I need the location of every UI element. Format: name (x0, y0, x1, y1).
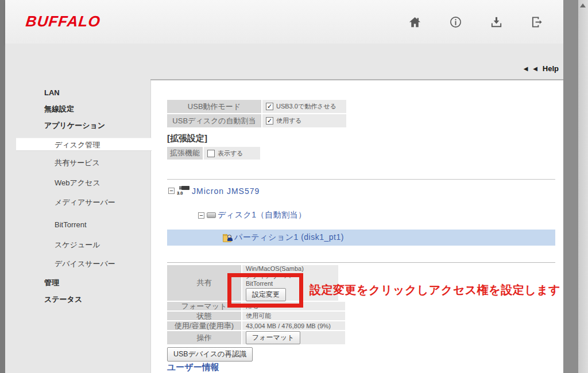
left-frame-border (0, 0, 5, 373)
partition-name[interactable]: パーティション1 (disk1_pt1) (234, 232, 344, 243)
home-icon[interactable] (408, 15, 421, 29)
format-label: フォーマット (167, 302, 241, 310)
sidebar-item-web-access[interactable]: Webアクセス (55, 177, 100, 189)
share-label: 共有 (167, 265, 241, 301)
table-row: 拡張機能 表示する (167, 147, 260, 160)
partition-folder-user-icon (223, 234, 233, 242)
operation-value: フォーマット (242, 331, 345, 344)
share-line: BitTorrent (246, 280, 273, 287)
info-icon[interactable] (449, 15, 462, 29)
advanced-feature-label: 拡張機能 (167, 147, 203, 160)
usb-settings-table: USB動作モード ✓ USB3.0で動作させる USBディスクの自動割当 ✓ 使… (167, 100, 346, 127)
format-button[interactable]: フォーマット (246, 331, 300, 344)
table-row: USBディスクの自動割当 ✓ 使用する (167, 114, 346, 127)
partition-detail-table: 共有 Win/MacOS(Samba) メディアサーバー BitTorrent … (167, 265, 345, 344)
sidebar-item-applications[interactable]: アプリケーション (44, 120, 105, 131)
sidebar-item-status[interactable]: ステータス (44, 294, 82, 305)
operation-label: 操作 (167, 331, 241, 344)
status-value: 使用可能 (242, 312, 345, 320)
sidebar-item-device-server[interactable]: デバイスサーバー (55, 258, 115, 270)
table-row-operation: 操作 フォーマット (167, 331, 345, 344)
tree-node-disk[interactable]: − ディスク1（自動割当） (198, 210, 307, 220)
table-row-format: フォーマット XFS (167, 302, 345, 310)
status-label: 状態 (167, 312, 241, 320)
usb3-device-icon: 3.0 (177, 186, 191, 196)
sidebar-item-bittorrent[interactable]: BitTorrent (55, 219, 87, 231)
usb3-option-label: USB3.0で動作させる (276, 102, 336, 111)
sidebar-item-admin[interactable]: 管理 (44, 277, 59, 289)
tree-node-partition-selected[interactable]: パーティション1 (disk1_pt1) (167, 230, 555, 246)
disk-name[interactable]: ディスク1（自動割当） (218, 210, 307, 220)
usb3-checkbox[interactable]: ✓ (266, 103, 273, 110)
divider (167, 179, 555, 180)
advanced-feature-value: 表示する (204, 147, 260, 160)
download-icon[interactable] (490, 15, 503, 29)
tree-node-usb-device[interactable]: − 3.0 JMicron JMS579 (168, 186, 260, 196)
scrollbar-track[interactable] (578, 0, 588, 373)
sidebar-item-lan[interactable]: LAN (44, 87, 60, 99)
header-icon-bar (408, 15, 544, 29)
device-name[interactable]: JMicron JMS579 (192, 187, 260, 196)
show-advanced-option-label: 表示する (218, 149, 243, 158)
advanced-settings-heading: [拡張設定] (167, 133, 207, 144)
help-bar: ◀ ◀ Help (5, 44, 563, 80)
help-button[interactable]: ◀ ◀ Help (524, 64, 559, 73)
share-line: メディアサーバー (246, 273, 297, 280)
buffalo-admin-screen: BUFFALO ◀ ◀ Help LAN 無線設定 アプリケーション 共有サービ… (0, 0, 588, 373)
buffalo-logo: BUFFALO (25, 13, 101, 30)
right-frame-border (563, 0, 578, 373)
auto-assign-checkbox[interactable]: ✓ (266, 117, 273, 125)
disk-icon (207, 212, 216, 218)
usb-mode-label: USB動作モード (167, 100, 261, 113)
annotation-text: 設定変更をクリックしアクセス権を設定します (310, 282, 560, 298)
divider (167, 262, 555, 263)
sidebar-item-shared-services[interactable]: 共有サービス (55, 157, 100, 169)
sidebar-item-media-server[interactable]: メディアサーバー (55, 197, 115, 208)
change-settings-button[interactable]: 設定変更 (246, 288, 286, 301)
sidebar-item-schedule[interactable]: スケジュール (55, 239, 100, 251)
scrollbar-up-arrow-icon[interactable] (580, 3, 586, 7)
collapse-toggle-icon[interactable]: − (198, 212, 204, 219)
table-row-status: 状態 使用可能 (167, 312, 345, 320)
sidebar-item-disk-management-selected[interactable]: ディスク管理 (16, 138, 152, 151)
auto-assign-value: ✓ 使用する (262, 114, 346, 127)
sidebar-item-wireless[interactable]: 無線設定 (44, 103, 74, 115)
table-row-usage: 使用/容量(使用率) 43,004 MB / 476,809 MB (9%) (167, 321, 345, 330)
share-line: Win/MacOS(Samba) (246, 265, 304, 273)
collapse-arrows-icon: ◀ ◀ (524, 65, 539, 72)
show-advanced-checkbox[interactable] (207, 150, 215, 157)
format-value: XFS (242, 302, 345, 310)
table-row: USB動作モード ✓ USB3.0で動作させる (167, 100, 346, 113)
logout-icon[interactable] (531, 15, 544, 29)
user-info-link[interactable]: ユーザー情報 (167, 362, 219, 373)
usage-label: 使用/容量(使用率) (167, 321, 241, 330)
advanced-table: 拡張機能 表示する (167, 147, 260, 160)
usage-value: 43,004 MB / 476,809 MB (9%) (242, 321, 345, 330)
main-content-panel: USB動作モード ✓ USB3.0で動作させる USBディスクの自動割当 ✓ 使… (150, 80, 564, 373)
usb-rescan-button[interactable]: USBデバイスの再認識 (167, 347, 253, 362)
auto-assign-label: USBディスクの自動割当 (167, 114, 261, 127)
collapse-toggle-icon[interactable]: − (168, 188, 175, 194)
app-header: BUFFALO (5, 0, 563, 44)
auto-assign-option-label: 使用する (276, 116, 302, 125)
help-label: Help (543, 64, 559, 73)
usb-mode-value: ✓ USB3.0で動作させる (262, 100, 346, 113)
